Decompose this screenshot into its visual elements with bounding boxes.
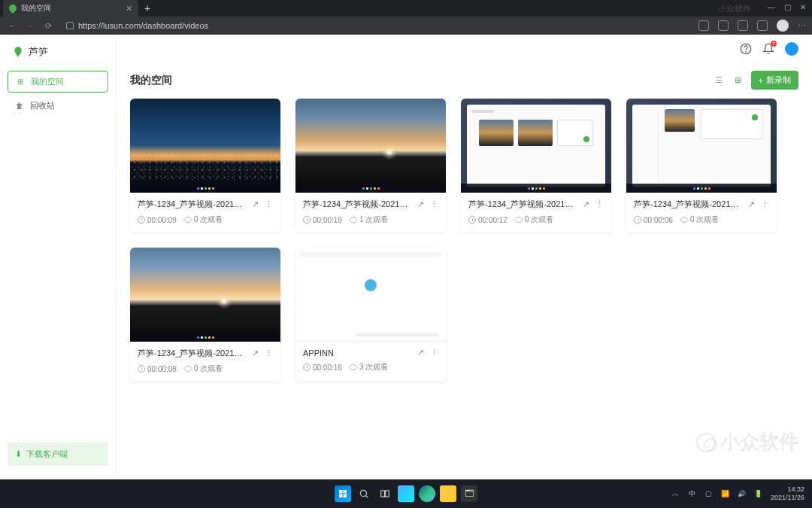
svg-rect-7: [381, 491, 385, 497]
sidebar: 芦笋 ⊞ 我的空间 🗑 回收站 ⬇ 下载客户端: [0, 35, 117, 479]
video-duration: 00:00:08: [147, 365, 177, 373]
video-card[interactable]: 芦笋-1234_芦笋视频-20211126↗⋮00:00:090 次观看: [130, 99, 280, 233]
close-icon[interactable]: ✕: [126, 4, 132, 14]
reading-list-icon[interactable]: [698, 20, 709, 31]
clock-icon: [303, 364, 311, 371]
close-button[interactable]: ✕: [800, 3, 806, 14]
task-view-icon[interactable]: [377, 485, 393, 502]
browser-titlebar: 我的空间 ✕ + 小众软件 — ▢ ✕: [0, 0, 812, 17]
page-title: 我的空间: [130, 74, 172, 87]
tab-favicon: [8, 3, 18, 14]
brand-logo[interactable]: 芦笋: [5, 42, 111, 69]
video-title: 芦笋-1234_芦笋视频-20211126: [468, 199, 577, 210]
video-views: 0 次观看: [525, 214, 553, 225]
svg-point-6: [360, 490, 366, 496]
svg-point-1: [746, 52, 747, 53]
video-views: 0 次观看: [194, 364, 223, 374]
menu-icon[interactable]: ⋯: [798, 21, 806, 31]
video-card[interactable]: 芦笋-1234_芦笋视频-20211126↗⋮00:00:120 次观看: [461, 99, 611, 233]
eye-icon: [514, 215, 523, 224]
download-client-button[interactable]: ⬇ 下载客户端: [8, 443, 108, 466]
minimize-button[interactable]: —: [768, 3, 775, 14]
share-icon[interactable]: ↗: [416, 348, 425, 357]
clock-icon: [303, 216, 311, 224]
back-button[interactable]: ←: [6, 20, 18, 32]
share-icon[interactable]: ↗: [581, 199, 590, 209]
video-card[interactable]: APPINN↗⋮00:00:163 次观看: [295, 248, 446, 382]
edge-icon[interactable]: [419, 485, 435, 502]
user-avatar[interactable]: [785, 42, 798, 56]
clock[interactable]: 14:32 2021/11/26: [771, 485, 804, 502]
clock-icon: [138, 365, 145, 373]
tab-title: 我的空间: [21, 3, 51, 14]
watermark-top: 小众软件: [718, 3, 751, 14]
eye-icon: [680, 215, 689, 224]
brand-name: 芦笋: [29, 45, 48, 59]
volume-icon[interactable]: 🔊: [738, 489, 747, 498]
maximize-button[interactable]: ▢: [784, 3, 791, 14]
video-duration: 00:00:19: [313, 216, 342, 224]
favorites-icon[interactable]: [738, 20, 748, 31]
video-title: 芦笋-1234_芦笋视频-20211126: [138, 348, 246, 359]
new-record-button[interactable]: + 新录制: [751, 71, 798, 90]
video-card[interactable]: 芦笋-1234_芦笋视频-20211126↗⋮00:00:080 次观看: [130, 248, 280, 382]
new-record-label: 新录制: [766, 75, 791, 86]
video-duration: 00:00:16: [313, 364, 342, 372]
wifi-icon[interactable]: 📶: [721, 489, 730, 498]
browser-tab[interactable]: 我的空间 ✕: [3, 0, 138, 17]
more-icon[interactable]: ⋮: [264, 348, 273, 358]
collections-icon[interactable]: [757, 20, 768, 31]
more-icon[interactable]: ⋮: [595, 199, 604, 209]
notification-badge: 7: [771, 41, 777, 47]
video-card[interactable]: 芦笋-1234_芦笋视频-20211126↗⋮00:00:191 次观看: [295, 99, 446, 233]
new-tab-button[interactable]: +: [138, 2, 156, 14]
grid-icon: ⊞: [16, 78, 25, 87]
more-icon[interactable]: ⋮: [429, 348, 438, 357]
more-icon[interactable]: ⋮: [264, 199, 273, 209]
grid-view-button[interactable]: ⊞: [732, 74, 745, 87]
share-icon[interactable]: ↗: [250, 199, 259, 209]
profile-avatar[interactable]: [777, 20, 789, 32]
share-icon[interactable]: ↗: [416, 199, 425, 209]
url-text[interactable]: https://lusun.com/dashboard/videos: [78, 21, 208, 30]
sidebar-item-myspace[interactable]: ⊞ 我的空间: [8, 71, 108, 93]
eye-icon: [349, 363, 358, 372]
leaf-icon: [12, 46, 24, 58]
video-card[interactable]: 芦笋-1234_芦笋视频-20211126↗⋮00:00:060 次观看: [626, 99, 777, 233]
help-icon[interactable]: [740, 43, 752, 55]
video-duration: 00:00:12: [478, 216, 508, 224]
sidebar-item-trash[interactable]: 🗑 回收站: [8, 96, 108, 116]
video-views: 3 次观看: [359, 362, 388, 373]
battery-icon[interactable]: 🔋: [754, 489, 763, 498]
forward-button[interactable]: →: [24, 20, 36, 32]
ime-icon[interactable]: 中: [688, 489, 697, 498]
watermark: 小众软件: [696, 429, 798, 455]
svg-rect-8: [386, 491, 389, 497]
extensions-icon[interactable]: [718, 20, 729, 31]
search-icon[interactable]: [356, 485, 372, 502]
share-icon[interactable]: ↗: [747, 199, 756, 209]
store-icon[interactable]: 🗔: [461, 485, 477, 502]
video-title: 芦笋-1234_芦笋视频-20211126: [303, 199, 411, 210]
refresh-button[interactable]: ⟳: [42, 20, 54, 32]
file-explorer-icon[interactable]: [440, 485, 456, 502]
list-view-button[interactable]: ☰: [712, 74, 726, 87]
start-button[interactable]: [335, 485, 351, 502]
more-icon[interactable]: ⋮: [429, 199, 438, 209]
widgets-icon[interactable]: [398, 485, 414, 502]
more-icon[interactable]: ⋮: [760, 199, 769, 209]
notification-icon[interactable]: 7: [762, 43, 774, 55]
download-icon: ⬇: [15, 449, 22, 459]
sidebar-label: 回收站: [30, 100, 55, 111]
chevron-up-icon[interactable]: ︿: [671, 489, 680, 498]
clock-icon: [634, 216, 641, 224]
eye-icon: [183, 364, 192, 373]
trash-icon: 🗑: [15, 102, 24, 111]
svg-rect-5: [344, 494, 347, 498]
sidebar-label: 我的空间: [31, 76, 64, 87]
share-icon[interactable]: ↗: [250, 348, 259, 358]
cast-icon[interactable]: ▢: [704, 489, 714, 498]
lock-icon: [66, 22, 74, 29]
browser-toolbar: ← → ⟳ https://lusun.com/dashboard/videos…: [0, 17, 812, 35]
video-duration: 00:00:09: [147, 216, 177, 224]
